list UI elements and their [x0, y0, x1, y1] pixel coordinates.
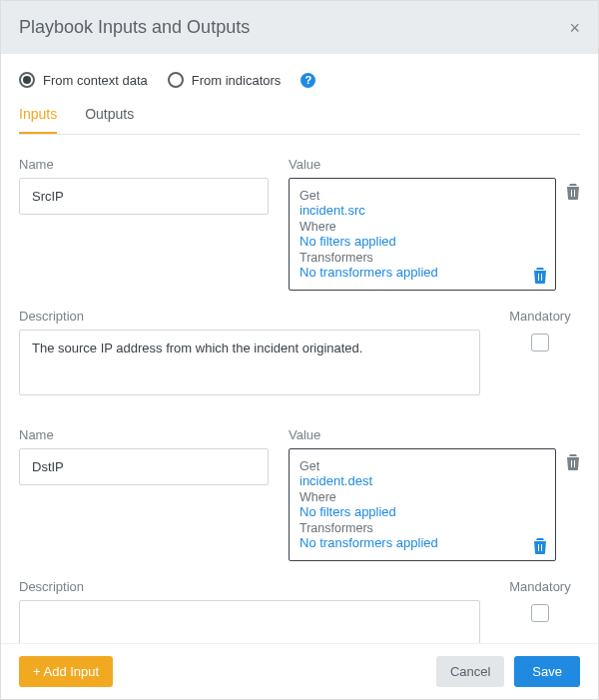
cancel-button[interactable]: Cancel — [436, 656, 504, 687]
get-path-link[interactable]: incident.src — [300, 203, 545, 218]
get-label: Get — [300, 459, 545, 473]
mandatory-checkbox[interactable] — [531, 604, 549, 622]
add-input-button[interactable]: + Add Input — [19, 656, 113, 687]
clear-value-icon[interactable] — [533, 268, 547, 284]
get-label: Get — [300, 189, 545, 203]
radio-from-indicators[interactable]: From indicators — [168, 72, 282, 88]
name-input[interactable] — [19, 448, 269, 485]
radio-icon — [19, 72, 35, 88]
value-box[interactable]: Get incident.dest Where No filters appli… — [289, 448, 556, 561]
filters-link[interactable]: No filters applied — [300, 504, 545, 519]
tab-outputs[interactable]: Outputs — [85, 106, 134, 134]
input-entry: Name Value Get incident.src Where No fil… — [19, 157, 580, 399]
delete-input-icon[interactable] — [566, 178, 580, 200]
tab-inputs[interactable]: Inputs — [19, 106, 57, 134]
mandatory-label: Mandatory — [500, 579, 580, 594]
name-label: Name — [19, 427, 269, 442]
input-entry: Name Value Get incident.dest Where No fi… — [19, 427, 580, 643]
name-label: Name — [19, 157, 269, 172]
value-label: Value — [289, 157, 580, 172]
description-input[interactable] — [19, 330, 480, 395]
transformers-label: Transformers — [300, 251, 545, 265]
source-radio-group: From context data From indicators ? — [19, 72, 580, 88]
radio-label: From indicators — [192, 73, 282, 88]
clear-value-icon[interactable] — [533, 538, 547, 554]
description-input[interactable] — [19, 600, 480, 643]
value-box[interactable]: Get incident.src Where No filters applie… — [289, 178, 556, 291]
radio-from-context[interactable]: From context data — [19, 72, 148, 88]
close-icon[interactable]: × — [569, 19, 580, 37]
description-label: Description — [19, 579, 480, 594]
modal-title: Playbook Inputs and Outputs — [19, 17, 250, 38]
help-icon[interactable]: ? — [300, 73, 315, 88]
value-label: Value — [289, 427, 580, 442]
get-path-link[interactable]: incident.dest — [300, 473, 545, 488]
transformers-link[interactable]: No transformers applied — [300, 535, 545, 550]
modal-header: Playbook Inputs and Outputs × — [1, 1, 598, 54]
where-label: Where — [300, 490, 545, 504]
radio-label: From context data — [43, 73, 148, 88]
save-button[interactable]: Save — [514, 656, 580, 687]
where-label: Where — [300, 220, 545, 234]
radio-icon — [168, 72, 184, 88]
transformers-label: Transformers — [300, 521, 545, 535]
delete-input-icon[interactable] — [566, 448, 580, 470]
description-label: Description — [19, 309, 480, 324]
filters-link[interactable]: No filters applied — [300, 234, 545, 249]
io-tabs: Inputs Outputs — [19, 106, 580, 135]
modal-footer: + Add Input Cancel Save — [1, 643, 598, 699]
mandatory-label: Mandatory — [500, 309, 580, 324]
playbook-io-modal: Playbook Inputs and Outputs × From conte… — [0, 0, 599, 700]
mandatory-checkbox[interactable] — [531, 334, 549, 351]
modal-body: From context data From indicators ? Inpu… — [1, 54, 598, 643]
name-input[interactable] — [19, 178, 269, 215]
transformers-link[interactable]: No transformers applied — [300, 265, 545, 280]
